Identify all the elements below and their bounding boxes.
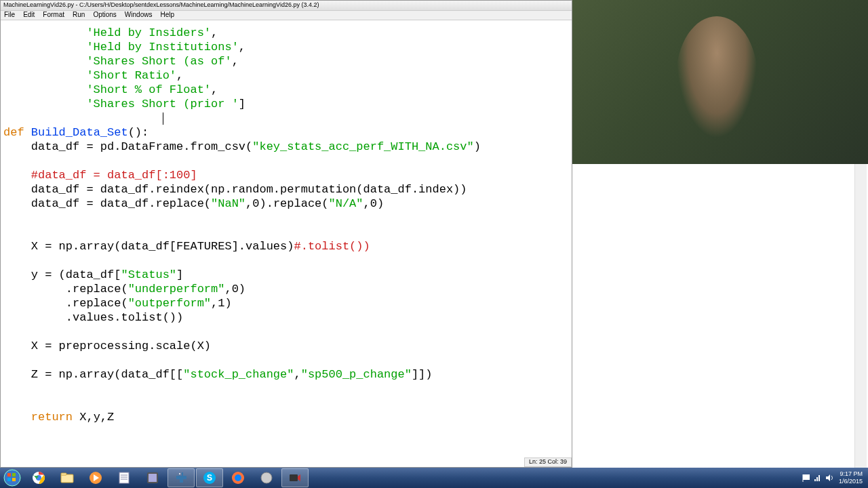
svg-rect-29 [818,475,820,481]
tray-network-icon[interactable] [813,473,823,483]
idle-editor-window: MachineLearningVid26.py - C:/Users/H/Des… [0,0,572,468]
editor-statusbar: Ln: 25 Col: 39 [524,458,572,467]
menu-help[interactable]: Help [158,11,176,20]
tray-volume-icon[interactable] [825,473,834,483]
system-tray: 9:17 PM 1/6/2015 [802,470,868,485]
taskbar-app-generic[interactable] [253,468,280,487]
svg-rect-27 [814,479,816,481]
svg-rect-11 [119,472,129,483]
menu-run[interactable]: Run [71,11,87,20]
svg-rect-2 [12,473,16,476]
code-editor[interactable]: 'Held by Insiders', 'Held by Institution… [1,20,572,454]
menu-format[interactable]: Format [41,11,66,20]
svg-rect-8 [61,473,66,475]
svg-marker-30 [826,474,830,481]
vertical-scrollbar[interactable] [854,164,867,468]
menu-edit[interactable]: Edit [21,11,37,20]
text-cursor [163,113,163,125]
desktop-area [572,164,868,468]
webcam-overlay [572,0,868,164]
svg-rect-7 [61,474,73,483]
window-titlebar[interactable]: MachineLearningVid26.py - C:/Users/H/Des… [1,1,572,11]
svg-rect-4 [12,478,16,481]
windows-taskbar: S 9:17 PM 1/6/2015 [0,468,868,488]
svg-point-22 [261,472,272,483]
svg-rect-16 [149,474,157,482]
tray-flag-icon[interactable] [802,473,811,483]
taskbar-text-editor[interactable] [139,468,166,487]
svg-rect-28 [816,477,818,481]
start-button[interactable] [0,468,24,488]
tray-clock[interactable]: 9:17 PM 1/6/2015 [836,470,865,485]
svg-rect-3 [7,478,11,481]
menu-bar: File Edit Format Run Options Windows Hel… [1,11,572,20]
svg-text:S: S [207,473,212,483]
svg-rect-1 [7,473,11,476]
taskbar-media-player[interactable] [82,468,109,487]
taskbar-python-idle[interactable] [167,468,195,487]
menu-file[interactable]: File [2,11,17,20]
svg-marker-24 [298,474,300,481]
svg-point-17 [179,473,180,474]
taskbar-notepad[interactable] [111,468,138,487]
taskbar-recorder[interactable] [281,468,309,487]
menu-windows[interactable]: Windows [123,11,155,20]
svg-rect-23 [290,474,298,481]
taskbar-chrome[interactable] [25,468,52,487]
svg-point-21 [235,474,241,481]
taskbar-skype[interactable]: S [196,468,223,487]
taskbar-firefox[interactable] [224,468,252,487]
svg-rect-25 [803,474,810,480]
taskbar-explorer[interactable] [54,468,81,487]
menu-options[interactable]: Options [91,11,118,20]
